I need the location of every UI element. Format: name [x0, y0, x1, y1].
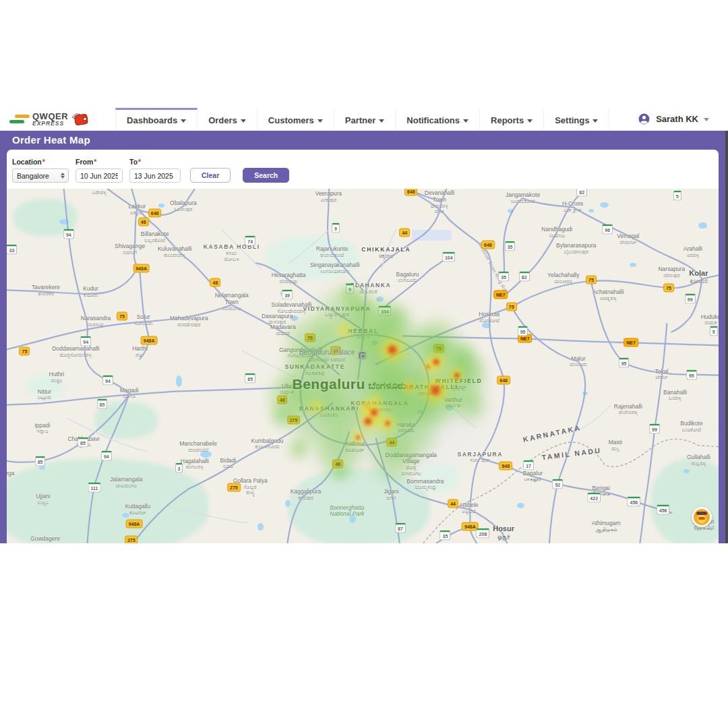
chevron-down-icon: [181, 119, 186, 123]
brand-logo[interactable]: QWQER EXPRESS: [0, 108, 96, 130]
app-window: QWQER EXPRESS DashboardsOrdersCustomersP…: [0, 108, 728, 543]
chevron-down-icon: [527, 119, 533, 123]
nav-item-partner[interactable]: Partner: [334, 108, 396, 130]
location-field-group: Location* Bangalore: [12, 158, 69, 183]
user-menu[interactable]: Sarath KK: [638, 108, 728, 130]
chevron-down-icon: [704, 118, 709, 121]
nav-item-reports[interactable]: Reports: [480, 108, 544, 130]
content-card: Location* Bangalore From* To* Clear Sear…: [7, 150, 719, 543]
logo-line2: EXPRESS: [32, 121, 68, 127]
page-header: Order Heat Map: [0, 131, 728, 148]
chevron-down-icon: [593, 119, 598, 123]
map-canvas[interactable]: ಹಿರೇಹಳ್ಳಿLakkurಲಕ್ಕೂರುObalapuraಓಬಳಾಪುರBi…: [7, 189, 719, 543]
nav-item-orders[interactable]: Orders: [198, 108, 257, 130]
logo-bars-icon: [9, 114, 30, 125]
nav-item-notifications[interactable]: Notifications: [396, 108, 480, 130]
location-label: Location: [12, 158, 42, 166]
from-field-group: From*: [75, 158, 123, 183]
avatar-face-icon: [694, 509, 710, 525]
nav-item-settings[interactable]: Settings: [544, 108, 609, 130]
chevron-down-icon: [317, 119, 323, 123]
to-date-input[interactable]: [129, 169, 181, 183]
search-button[interactable]: Search: [243, 168, 289, 183]
street-view-avatar-marker[interactable]: [692, 507, 712, 527]
roads-layer: [7, 189, 719, 543]
vertical-scrollbar[interactable]: [725, 108, 728, 543]
wallet-icon: [71, 111, 90, 128]
chevron-down-icon: [241, 119, 246, 123]
chevron-down-icon: [379, 119, 384, 123]
to-field-group: To*: [129, 158, 181, 183]
clear-button[interactable]: Clear: [190, 168, 231, 183]
logo-text: QWQER EXPRESS: [32, 112, 68, 127]
from-date-input[interactable]: [75, 169, 123, 183]
page-title: Order Heat Map: [12, 134, 90, 146]
to-label: To: [129, 158, 138, 166]
user-name: Sarath KK: [656, 114, 698, 124]
user-avatar-icon: [638, 113, 650, 125]
chevron-down-icon: [463, 119, 468, 123]
top-navbar: QWQER EXPRESS DashboardsOrdersCustomersP…: [0, 108, 728, 131]
required-asterisk: *: [94, 158, 96, 166]
from-label: From: [75, 158, 93, 166]
nav-menu: DashboardsOrdersCustomersPartnerNotifica…: [115, 108, 609, 130]
location-select[interactable]: Bangalore: [12, 169, 69, 183]
logo-line1: QWQER: [32, 112, 68, 121]
required-asterisk: *: [42, 158, 45, 166]
required-asterisk: *: [138, 158, 141, 166]
nav-item-dashboards[interactable]: Dashboards: [115, 108, 198, 130]
filter-bar: Location* Bangalore From* To* Clear Sear…: [7, 150, 719, 189]
nav-item-customers[interactable]: Customers: [257, 108, 334, 130]
page: QWQER EXPRESS DashboardsOrdersCustomersP…: [0, 0, 728, 728]
